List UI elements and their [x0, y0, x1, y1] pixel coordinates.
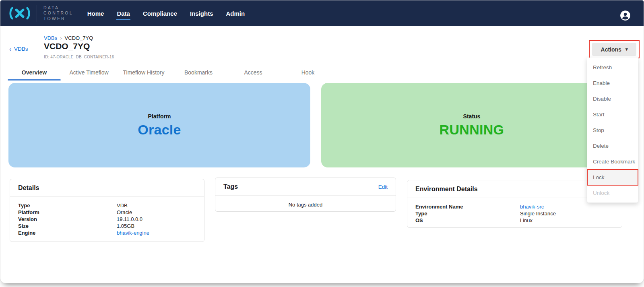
detail-row-size: Size 1.05GB: [18, 223, 196, 229]
brand-logo[interactable]: DATA CONTROL TOWER: [8, 5, 73, 22]
env-value: Linux: [520, 217, 533, 224]
top-navbar: DATA CONTROL TOWER Home Data Compliance …: [0, 0, 644, 26]
platform-card-value: Oracle: [138, 122, 181, 138]
env-row-type: Type Single Instance: [415, 210, 614, 217]
nav-item-data[interactable]: Data: [116, 8, 130, 19]
platform-card: Platform Oracle: [8, 83, 310, 167]
status-card-value: RUNNING: [440, 122, 504, 138]
tags-edit-link[interactable]: Edit: [378, 184, 388, 190]
chevron-down-icon: ▾: [625, 47, 628, 52]
detail-value: VDB: [117, 202, 128, 209]
environment-card-title: Environment Details: [415, 186, 478, 193]
env-row-os: OS Linux: [415, 217, 614, 224]
platform-card-label: Platform: [148, 113, 171, 120]
tags-card-header: Tags Edit: [215, 178, 396, 196]
tab-access[interactable]: Access: [226, 66, 281, 80]
detail-row-engine: Engine bhavik-engine: [18, 229, 196, 236]
dct-x-logo-icon: [8, 6, 31, 21]
actions-dropdown-menu: Refresh Enable Disable Start Stop Delete…: [587, 58, 638, 203]
tab-bookmarks[interactable]: Bookmarks: [171, 66, 226, 80]
env-value: Single Instance: [520, 210, 556, 217]
environment-name-link[interactable]: bhavik-src: [520, 203, 544, 210]
menu-item-create-bookmark[interactable]: Create Bookmark: [587, 154, 638, 169]
env-label: Environment Name: [415, 203, 520, 210]
tab-overview[interactable]: Overview: [7, 66, 62, 80]
detail-value: Oracle: [117, 209, 132, 216]
tab-hook[interactable]: Hook: [281, 66, 335, 80]
actions-annotation-box: Actions ▾: [589, 40, 640, 58]
account-icon[interactable]: [620, 10, 631, 21]
menu-item-refresh[interactable]: Refresh: [587, 60, 638, 75]
menu-item-start[interactable]: Start: [587, 107, 638, 122]
detail-label: Type: [18, 202, 117, 209]
detail-value: 19.11.0.0.0: [117, 216, 142, 223]
actions-button[interactable]: Actions ▾: [592, 43, 636, 56]
tab-active-timeflow[interactable]: Active Timeflow: [62, 66, 116, 80]
tags-card-title: Tags: [223, 183, 238, 190]
env-row-name: Environment Name bhavik-src: [415, 203, 614, 210]
menu-item-unlock[interactable]: Unlock: [587, 185, 638, 201]
nav-item-insights[interactable]: Insights: [190, 8, 214, 19]
engine-link[interactable]: bhavik-engine: [117, 229, 149, 236]
app-window: DATA CONTROL TOWER Home Data Compliance …: [0, 0, 644, 283]
detail-label: Size: [18, 223, 117, 229]
env-label: OS: [415, 217, 520, 224]
details-card-header: Details: [10, 179, 204, 197]
details-card: Details Type VDB Platform Oracle Version…: [10, 179, 204, 242]
menu-item-enable[interactable]: Enable: [587, 75, 638, 91]
nav-item-home[interactable]: Home: [87, 8, 105, 19]
detail-label: Platform: [18, 209, 117, 216]
menu-item-disable[interactable]: Disable: [587, 91, 638, 107]
back-to-vdbs-link[interactable]: ‹ VDBs: [9, 46, 28, 52]
tags-empty-text: No tags added: [223, 201, 388, 208]
actions-button-label: Actions: [601, 46, 621, 53]
detail-value: 1.05GB: [117, 223, 134, 229]
detail-label: Engine: [18, 229, 117, 236]
detail-label: Version: [18, 216, 117, 223]
page-title: VCDO_7YQ: [44, 41, 90, 51]
tags-card-body: No tags added: [215, 196, 396, 213]
menu-item-delete[interactable]: Delete: [587, 138, 638, 154]
brand-title: DATA CONTROL TOWER: [43, 5, 73, 22]
chevron-left-icon: ‹: [9, 46, 11, 52]
breadcrumb: VDBs › VCDO_7YQ: [44, 35, 93, 41]
menu-item-stop[interactable]: Stop: [587, 122, 638, 138]
tab-timeflow-history[interactable]: Timeflow History: [116, 66, 171, 80]
status-card: Status RUNNING: [321, 83, 622, 167]
primary-nav: Home Data Compliance Insights Admin: [87, 8, 245, 19]
back-link-label: VDBs: [14, 46, 28, 52]
tags-card: Tags Edit No tags added: [215, 178, 396, 212]
details-card-title: Details: [18, 184, 39, 192]
breadcrumb-current: VCDO_7YQ: [65, 35, 93, 41]
chevron-right-icon: ›: [60, 35, 62, 41]
logo-divider: [37, 5, 37, 22]
detail-row-version: Version 19.11.0.0.0: [18, 216, 196, 223]
detail-row-platform: Platform Oracle: [18, 209, 196, 216]
env-label: Type: [415, 210, 520, 217]
details-card-body: Type VDB Platform Oracle Version 19.11.0…: [10, 197, 204, 242]
nav-item-admin[interactable]: Admin: [226, 8, 246, 19]
container-id-label: ID: 47-ORACLE_DB_CONTAINER-16: [44, 55, 114, 59]
detail-row-type: Type VDB: [18, 202, 196, 209]
breadcrumb-vdbs-link[interactable]: VDBs: [44, 35, 57, 41]
status-card-label: Status: [463, 113, 481, 120]
nav-item-compliance[interactable]: Compliance: [142, 8, 178, 19]
detail-tabs: Overview Active Timeflow Timeflow Histor…: [0, 66, 644, 80]
menu-item-lock[interactable]: Lock: [587, 169, 638, 185]
